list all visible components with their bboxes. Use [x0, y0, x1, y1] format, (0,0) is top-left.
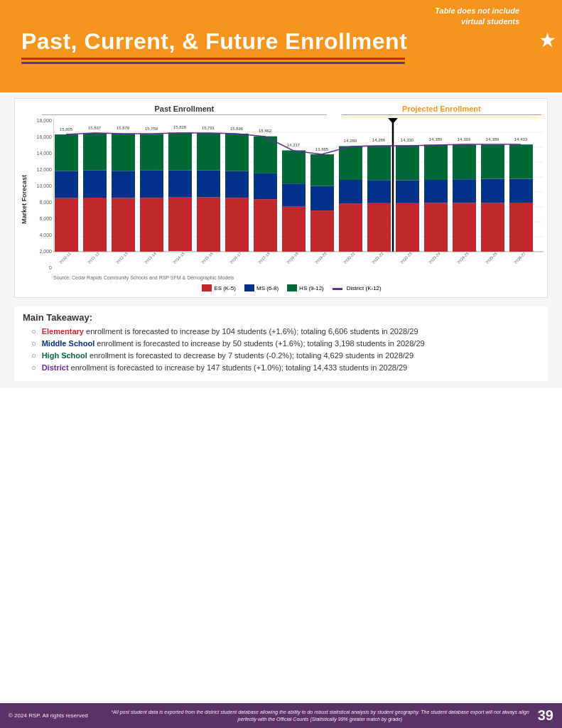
projected-enrollment-title: Projected Enrollment — [342, 105, 541, 115]
bar-13-ms — [424, 180, 448, 203]
bar-15-year: 2025-26 — [485, 251, 498, 264]
legend-es-label: ES (K-5) — [214, 285, 236, 291]
bar-7-total: 15,462 — [259, 129, 272, 133]
footer-page-number: 39 — [532, 707, 553, 724]
bar-1-hs — [83, 133, 107, 170]
bar-8-es — [282, 207, 306, 252]
bar-5-year: 2015-16 — [200, 251, 214, 264]
y-tick-0: 0 — [32, 265, 52, 270]
bar-6-es — [225, 198, 249, 252]
y-tick-2k: 2,000 — [32, 249, 52, 254]
footer: © 2024 RSP. All rights reserved *All pos… — [0, 703, 562, 728]
bar-0-hs — [55, 134, 78, 171]
y-tick-16k: 16,000 — [32, 134, 52, 139]
bar-5-es — [197, 198, 220, 252]
bar-10-year: 2020-21 — [342, 251, 356, 264]
legend-hs-color — [287, 284, 297, 291]
legend-district-color — [333, 288, 342, 290]
bar-4-ms — [168, 170, 192, 197]
highlight-middle: Middle School — [42, 339, 95, 348]
bar-16-year: 2026-27 — [513, 251, 526, 264]
legend-hs-label: HS (9-12) — [299, 285, 324, 291]
bar-6-ms — [225, 171, 249, 198]
chart-svg: 15,805 2010-11 15,837 2011-12 15,879 — [53, 118, 544, 271]
bar-12-hs — [396, 146, 419, 181]
bar-8-total: 14,217 — [287, 143, 301, 147]
bar-12-total: 14,330 — [401, 138, 414, 142]
y-tick-8k: 8,000 — [32, 200, 52, 205]
bar-15-hs — [481, 144, 504, 178]
main-content: Past Enrollment Projected Enrollment Mar… — [0, 92, 562, 388]
bar-11-total: 14,286 — [372, 138, 386, 142]
bar-2-total: 15,879 — [117, 126, 130, 130]
bar-9-ms — [310, 186, 334, 211]
legend-ms-label: MS (6-8) — [256, 285, 279, 291]
legend-row: ES (K-5) MS (6-8) HS (9-12) District (K-… — [42, 284, 541, 291]
bar-10-ms — [339, 180, 362, 203]
bar-0-es — [55, 198, 78, 252]
highlight-district: District — [42, 363, 69, 372]
bar-9-hs — [310, 154, 334, 186]
takeaway-section: Main Takeaway: ○ Elementary enrollment i… — [14, 306, 548, 381]
bar-0-year: 2010-11 — [58, 251, 72, 264]
bar-13-es — [424, 203, 448, 252]
title-underlines — [21, 58, 548, 64]
bar-9-es — [310, 210, 334, 252]
bar-11-es — [367, 203, 391, 252]
bar-7-es — [254, 199, 277, 252]
bars-canvas: 15,805 2010-11 15,837 2011-12 15,879 — [53, 118, 544, 280]
bar-0-total: 15,805 — [60, 127, 73, 132]
bar-6-year: 2016-17 — [229, 251, 242, 264]
star-icon: ★ — [539, 28, 556, 52]
bar-1-es — [83, 198, 107, 252]
past-enrollment-title: Past Enrollment — [42, 105, 327, 115]
bullet-2: ○ — [31, 339, 36, 348]
bar-10-total: 14,260 — [344, 139, 357, 143]
bar-8-hs — [282, 151, 306, 184]
y-tick-4k: 4,000 — [32, 232, 52, 237]
highlight-high: High School — [42, 351, 87, 360]
takeaway-elementary: ○ Elementary enrollment is forecasted to… — [23, 327, 539, 336]
bar-7-hs — [254, 136, 277, 173]
y-tick-14k: 14,000 — [32, 151, 52, 156]
bar-12-year: 2022-23 — [399, 251, 413, 264]
bar-14-year: 2024-25 — [456, 251, 470, 264]
bar-3-es — [140, 198, 163, 252]
underline-red — [21, 58, 405, 60]
bar-11-year: 2021-22 — [371, 251, 384, 264]
bar-15-total: 14,389 — [486, 137, 499, 141]
underline-purple — [21, 62, 405, 64]
table-note: Table does not include virtual students — [435, 6, 519, 28]
bar-1-total: 15,837 — [88, 126, 102, 130]
takeaway-district: ○ District enrollment is forecasted to i… — [23, 363, 539, 372]
bar-4-total: 15,828 — [173, 125, 187, 129]
bar-12-ms — [396, 181, 419, 203]
bar-2-ms — [112, 171, 135, 198]
divider-arrow — [388, 118, 398, 124]
bar-9-year: 2019-20 — [314, 251, 328, 264]
legend-ms-color — [244, 284, 254, 291]
bar-16-hs — [509, 144, 533, 178]
bar-4-es — [168, 198, 192, 252]
bullet-4: ○ — [31, 363, 36, 372]
takeaway-elementary-text: enrollment is forecasted to increase by … — [84, 327, 418, 336]
bar-4-hs — [168, 133, 192, 171]
chart-source: Source: Cedar Rapids Community Schools a… — [53, 275, 544, 280]
bar-10-hs — [339, 146, 362, 181]
bar-2-es — [112, 198, 135, 252]
bar-8-year: 2018-19 — [286, 251, 299, 264]
chart-titles-row: Past Enrollment Projected Enrollment — [42, 105, 541, 115]
bullet-3: ○ — [31, 351, 36, 360]
bar-11-hs — [367, 146, 391, 180]
bar-6-hs — [225, 134, 249, 171]
bar-14-hs — [453, 144, 476, 179]
bar-15-es — [481, 203, 504, 252]
chart-container: Past Enrollment Projected Enrollment Mar… — [14, 98, 548, 298]
bar-10-es — [339, 203, 362, 252]
bar-4-year: 2014-15 — [172, 251, 185, 264]
bar-14-total: 14,393 — [458, 137, 471, 141]
bar-16-es — [509, 203, 533, 252]
bar-3-year: 2013-14 — [144, 251, 157, 264]
bar-13-total: 14,380 — [429, 137, 443, 141]
bar-9-total: 13,865 — [315, 147, 329, 151]
